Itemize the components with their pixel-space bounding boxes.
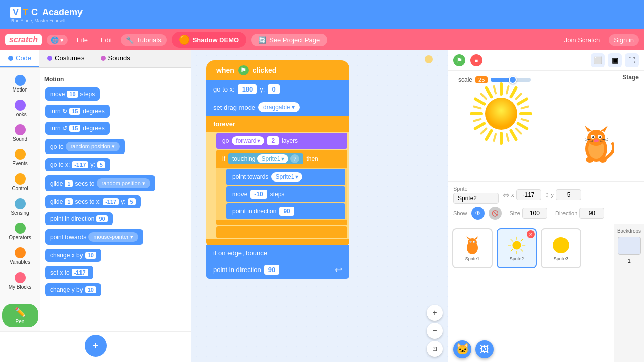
globe-button[interactable]: 🌐 ▾ — [47, 35, 68, 45]
drag-dropdown[interactable]: draggable ▾ — [258, 102, 299, 112]
show-eye-button[interactable]: 👁 — [471, 207, 485, 220]
direction-input[interactable] — [579, 208, 604, 219]
y-input[interactable] — [556, 189, 581, 200]
point-sprite1-dropdown[interactable]: Sprite1 ▾ — [271, 172, 302, 182]
main-area: Code Costumes Sounds Motion Looks — [0, 50, 644, 362]
small-stage-button[interactable]: ⬜ — [591, 53, 605, 67]
stop-button[interactable]: ■ — [470, 54, 482, 66]
arrow-icon: ⇔ — [503, 190, 509, 200]
goto-x-val[interactable]: 180 — [238, 84, 257, 94]
drag-mode-block[interactable]: set drag mode draggable ▾ — [206, 98, 349, 116]
block-change-x[interactable]: change x by 10 — [45, 249, 101, 262]
sprite-thumb-sprite2[interactable]: ✕ — [497, 228, 537, 268]
block-glide-xy[interactable]: glide 1 secs to x: -117 y: 5 — [45, 195, 141, 208]
category-motion[interactable]: Motion — [2, 72, 38, 96]
block-goto-random[interactable]: go to random position ▾ — [45, 139, 125, 154]
block-goto-xy[interactable]: go to x: -117 y: 5 — [45, 158, 110, 171]
edit-menu[interactable]: Edit — [97, 34, 116, 46]
sign-in-button[interactable]: Sign in — [609, 34, 639, 46]
add-extension-button[interactable]: + — [85, 335, 107, 357]
backdrop-thumbnail[interactable] — [618, 237, 641, 255]
forward-dropdown[interactable]: forward ▾ — [232, 136, 264, 145]
size-input[interactable] — [522, 208, 547, 219]
variables-dot — [15, 247, 26, 258]
bounce-block[interactable]: if on edge, bounce — [206, 245, 349, 261]
green-flag-button[interactable]: ⚑ — [453, 54, 465, 66]
control-dot — [15, 173, 26, 185]
y-label: y — [551, 192, 554, 198]
join-scratch-link[interactable]: Join Scratch — [560, 34, 604, 46]
sensing-label: Sensing — [11, 210, 29, 216]
add-backdrop-button[interactable]: 🖼 — [475, 340, 494, 358]
hide-eye-button[interactable]: 🚫 — [489, 207, 502, 220]
block-turn-cw[interactable]: turn ↻ 15 degrees — [45, 105, 110, 118]
category-control[interactable]: Control — [2, 170, 38, 194]
sound-tab-icon — [101, 56, 106, 61]
sun-sprite[interactable] — [468, 81, 534, 146]
category-operators[interactable]: Operators — [2, 220, 38, 243]
sprite-thumb-sprite1[interactable]: Sprite1 — [452, 228, 493, 268]
point-towards-block[interactable]: point towards Sprite1 ▾ — [226, 169, 345, 185]
sprites-section: Sprite1 ✕ — [448, 224, 614, 362]
tab-code[interactable]: Code — [0, 50, 39, 67]
category-sound[interactable]: Sound — [2, 121, 38, 145]
point-dir-val[interactable]: 90 — [279, 207, 294, 216]
block-glide-random[interactable]: glide 1 secs to random position ▾ — [45, 175, 155, 191]
point-dir-final-block[interactable]: point in direction 90 ↩ — [206, 261, 349, 279]
goto-xy-block[interactable]: go to x: 180 y: 0 — [206, 80, 349, 98]
zoom-fit-button[interactable]: ⊡ — [427, 341, 443, 357]
project-name-button[interactable]: 🟠 Shadow DEMO — [172, 32, 246, 48]
scratch-logo[interactable]: scratch — [5, 34, 42, 45]
block-point-dir[interactable]: point in direction 90 — [45, 212, 113, 225]
sprite2-label: Sprite2 — [510, 256, 524, 261]
block-turn-ccw[interactable]: turn ↺ 15 degrees — [45, 122, 110, 135]
file-menu[interactable]: File — [73, 34, 92, 46]
see-project-button[interactable]: 🔄 See Project Page — [251, 34, 327, 46]
move-val[interactable]: -10 — [250, 190, 267, 199]
svg-rect-50 — [520, 239, 523, 241]
tab-sounds[interactable]: Sounds — [93, 50, 138, 67]
block-set-x[interactable]: set x to -117 — [45, 266, 93, 279]
sprite-thumb-sprite3[interactable]: Sprite3 — [541, 228, 581, 268]
sprite1-dropdown[interactable]: Sprite1 ▾ — [257, 154, 288, 163]
block-change-y[interactable]: change y by 10 — [45, 283, 101, 296]
x-input[interactable] — [516, 189, 541, 200]
sprite-name-input[interactable] — [453, 193, 499, 204]
category-sensing[interactable]: Sensing — [2, 195, 38, 219]
tab-costumes[interactable]: Costumes — [39, 50, 93, 67]
block-move[interactable]: move 10 steps — [45, 87, 100, 101]
cat-sprite[interactable] — [579, 124, 614, 171]
sprite1-thumbnail — [462, 235, 482, 255]
category-myblocks[interactable]: My Blocks — [2, 269, 38, 293]
fullscreen-button[interactable]: ⛶ — [625, 53, 639, 67]
point-dir-inner-block[interactable]: point in direction 90 — [226, 203, 345, 219]
large-stage-button[interactable]: ▣ — [608, 53, 622, 67]
script-area[interactable]: when ⚑ clicked go to x: 180 y: 0 set dra… — [191, 50, 448, 362]
zoom-out-button[interactable]: − — [427, 323, 443, 339]
tutorials-button[interactable]: 🔧 Tutorials — [121, 34, 166, 46]
forever-header[interactable]: forever — [206, 116, 349, 132]
point-dir-final-val[interactable]: 90 — [264, 265, 279, 275]
move-neg10-block[interactable]: move -10 steps — [226, 186, 345, 202]
category-pen[interactable]: ✏️ Pen — [2, 304, 38, 327]
goto-y-val[interactable]: 0 — [268, 84, 279, 94]
block-point-towards[interactable]: point towards mouse-pointer ▾ — [45, 229, 143, 245]
touching-block[interactable]: touching Sprite1 ▾ ? — [228, 153, 303, 164]
if-header[interactable]: if touching Sprite1 ▾ ? then — [216, 150, 347, 168]
svg-rect-23 — [493, 85, 497, 94]
add-sprite-button[interactable]: 🐱 — [453, 340, 471, 358]
layers-value[interactable]: 2 — [267, 136, 279, 145]
vtc-subtitle: Run Alone, Master Yourself — [11, 18, 83, 23]
zoom-in-button[interactable]: + — [427, 305, 443, 321]
add-sprite-area: 🐱 🖼 — [448, 337, 614, 362]
hat-block[interactable]: when ⚑ clicked — [206, 60, 349, 80]
script-stack: when ⚑ clicked go to x: 180 y: 0 set dra… — [206, 60, 349, 279]
category-variables[interactable]: Variables — [2, 244, 38, 268]
category-events[interactable]: Events — [2, 146, 38, 169]
sprite2-delete[interactable]: ✕ — [527, 230, 535, 238]
svg-rect-49 — [516, 237, 517, 240]
go-forward-block[interactable]: go forward ▾ 2 layers — [216, 133, 347, 149]
dot-decoration — [425, 55, 433, 63]
category-looks[interactable]: Looks — [2, 97, 38, 120]
svg-rect-13 — [515, 93, 523, 101]
